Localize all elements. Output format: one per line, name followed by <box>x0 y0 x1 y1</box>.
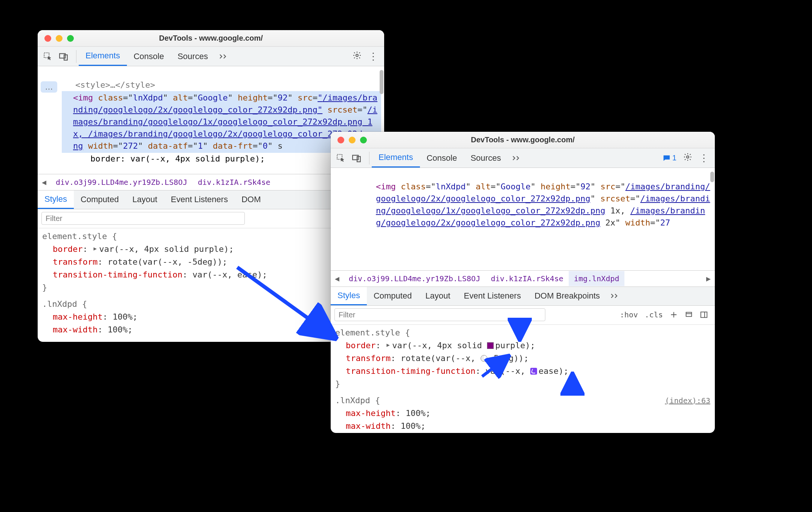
scrollbar-thumb[interactable] <box>710 172 714 182</box>
styles-filter-input[interactable]: Filter <box>41 212 245 225</box>
css-declaration[interactable]: max-height: 100%; <box>335 407 710 420</box>
color-swatch-icon[interactable] <box>487 342 494 349</box>
subtab-computed[interactable]: Computed <box>74 190 126 209</box>
breadcrumb: ◀ div.o3j99.LLD4me.yr19Zb.LS8OJ div.k1zI… <box>331 270 715 287</box>
rendering-icon[interactable] <box>685 311 693 319</box>
close-window-button[interactable] <box>337 137 344 143</box>
expand-shorthand-icon[interactable]: ▸ <box>93 242 98 255</box>
dom-tree[interactable]: <img class="lnXdpd" alt="Google" height=… <box>353 168 715 270</box>
more-options-icon[interactable]: ⋮ <box>699 157 709 160</box>
minimize-window-button[interactable] <box>349 137 356 143</box>
settings-gear-icon[interactable] <box>683 152 692 164</box>
rule-close: } <box>42 281 380 294</box>
css-declaration[interactable]: transform: rotate(var(--x, -5deg)); <box>42 256 380 268</box>
inspect-element-icon[interactable] <box>336 153 346 163</box>
inspect-element-icon[interactable] <box>43 52 53 61</box>
window-title: DevTools - www.google.com/ <box>38 34 384 43</box>
rule-selector: .lnXdpd { <box>335 396 380 405</box>
css-declaration[interactable]: transform: rotate(var(--x, -5deg)); <box>335 352 710 365</box>
svg-point-3 <box>356 54 358 56</box>
subtab-layout[interactable]: Layout <box>125 190 164 209</box>
css-declaration[interactable]: border: ▸var(--x, 4px solid purple); <box>42 243 380 256</box>
styles-panel[interactable]: element.style { border: ▸var(--x, 4px so… <box>331 325 715 433</box>
subtab-computed[interactable]: Computed <box>367 287 419 305</box>
subtab-event-listeners[interactable]: Event Listeners <box>164 190 235 209</box>
minimize-window-button[interactable] <box>56 35 63 42</box>
computed-sidebar-icon[interactable] <box>700 311 708 319</box>
close-window-button[interactable] <box>44 35 51 42</box>
css-declaration[interactable]: border: ▸var(--x, 4px solid purple); <box>335 339 710 352</box>
svg-point-7 <box>687 156 689 158</box>
angle-swatch-icon[interactable] <box>481 355 487 362</box>
css-declaration[interactable]: max-width: 100%; <box>335 420 710 433</box>
rule-selector: .lnXdpd { <box>42 298 380 311</box>
subtab-dom-breakpoints[interactable]: DOM Breakpoints <box>528 287 607 305</box>
bezier-swatch-icon[interactable] <box>530 368 537 375</box>
more-subtabs-icon[interactable] <box>607 291 623 301</box>
rule-close: } <box>335 378 710 390</box>
tab-sources[interactable]: Sources <box>464 148 508 168</box>
subtab-styles[interactable]: Styles <box>38 190 74 209</box>
main-toolbar: Elements Console Sources 1 ⋮ <box>331 148 715 168</box>
devtools-window-after: DevTools - www.google.com/ Elements Cons… <box>331 132 715 433</box>
more-tabs-icon[interactable] <box>508 148 526 168</box>
window-title: DevTools - www.google.com/ <box>331 136 715 144</box>
issues-badge[interactable]: 1 <box>662 154 676 162</box>
subtab-layout[interactable]: Layout <box>418 287 457 305</box>
styles-filter-row: Filter :hov .cls <box>331 306 715 325</box>
tab-console[interactable]: Console <box>420 148 464 168</box>
breadcrumb-item-active[interactable]: img.lnXdpd <box>569 271 624 286</box>
styles-filter-input[interactable]: Filter <box>334 308 545 321</box>
breadcrumb-prev-icon[interactable]: ◀ <box>331 274 343 283</box>
collapsed-ellipsis-icon[interactable]: … <box>41 81 57 93</box>
breadcrumb-item[interactable]: div.o3j99.LLD4me.yr19Zb.LS8OJ <box>343 271 485 286</box>
source-link[interactable]: (index):63 <box>665 394 710 407</box>
window-controls <box>331 137 367 143</box>
zoom-window-button[interactable] <box>67 35 74 42</box>
svg-rect-8 <box>686 312 692 317</box>
css-declaration[interactable]: max-width: 100%; <box>42 323 380 336</box>
scrollbar-thumb[interactable] <box>380 70 383 94</box>
rule-selector: element.style { <box>42 230 380 243</box>
titlebar: DevTools - www.google.com/ <box>331 132 715 148</box>
panel-tabs: Elements Console Sources <box>372 148 526 168</box>
cls-toggle[interactable]: .cls <box>645 310 663 319</box>
breadcrumb-item[interactable]: div.k1zIA.rSk4se <box>192 175 276 190</box>
device-toolbar-icon[interactable] <box>352 153 362 163</box>
breadcrumb-next-icon[interactable]: ▶ <box>702 274 715 283</box>
window-controls <box>38 35 74 42</box>
new-style-rule-icon[interactable] <box>670 311 678 319</box>
more-options-icon[interactable]: ⋮ <box>368 55 378 58</box>
css-declaration[interactable]: max-height: 100%; <box>42 311 380 323</box>
css-declaration-cutoff[interactable]: object-fit: contain; <box>335 433 710 433</box>
svg-rect-9 <box>701 312 707 318</box>
rule-selector: element.style { <box>335 326 710 339</box>
tab-console[interactable]: Console <box>127 47 171 66</box>
breadcrumb-item[interactable]: div.k1zIA.rSk4se <box>485 271 569 286</box>
breadcrumb-item[interactable]: div.o3j99.LLD4me.yr19Zb.LS8OJ <box>50 175 192 190</box>
subtab-dom-truncated[interactable]: DOM <box>235 190 267 209</box>
subtab-styles[interactable]: Styles <box>331 287 367 305</box>
tab-sources[interactable]: Sources <box>171 47 215 66</box>
css-declaration[interactable]: transition-timing-function: var(--x, eas… <box>42 268 380 281</box>
gutter: … <box>38 66 60 174</box>
styles-subtabs: Styles Computed Layout Event Listeners D… <box>331 287 715 306</box>
breadcrumb-prev-icon[interactable]: ◀ <box>38 178 50 187</box>
main-toolbar: Elements Console Sources ⋮ <box>38 47 384 66</box>
settings-gear-icon[interactable] <box>353 51 362 62</box>
gutter <box>331 168 353 270</box>
subtab-event-listeners[interactable]: Event Listeners <box>457 287 528 305</box>
device-toolbar-icon[interactable] <box>59 52 69 61</box>
css-declaration[interactable]: transition-timing-function: var(--x, eas… <box>335 365 710 378</box>
more-tabs-icon[interactable] <box>215 47 233 66</box>
titlebar: DevTools - www.google.com/ <box>38 30 384 47</box>
hov-toggle[interactable]: :hov <box>620 310 638 319</box>
tab-elements[interactable]: Elements <box>79 47 127 66</box>
panel-tabs: Elements Console Sources <box>79 47 233 66</box>
expand-shorthand-icon[interactable]: ▸ <box>386 338 391 351</box>
zoom-window-button[interactable] <box>360 137 367 143</box>
tab-elements[interactable]: Elements <box>372 148 420 168</box>
